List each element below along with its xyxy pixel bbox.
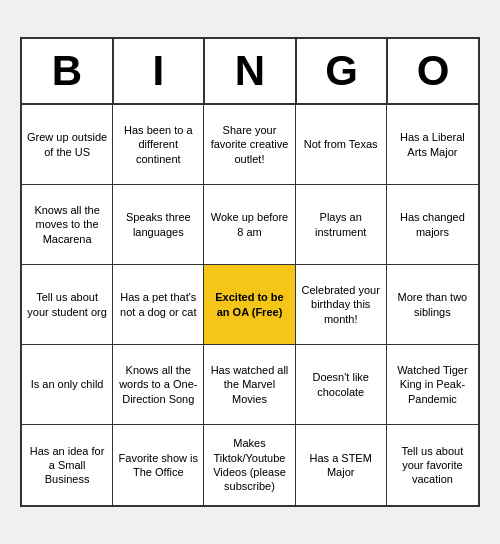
bingo-letter-i: I — [114, 39, 206, 103]
free-space-cell[interactable]: Excited to be an OA (Free) — [204, 265, 295, 345]
bingo-cell-15[interactable]: Is an only child — [22, 345, 113, 425]
bingo-cell-5[interactable]: Knows all the moves to the Macarena — [22, 185, 113, 265]
bingo-grid: Grew up outside of the USHas been to a d… — [22, 105, 478, 505]
bingo-cell-13[interactable]: Celebrated your birthday this month! — [296, 265, 387, 345]
bingo-cell-10[interactable]: Tell us about your student org — [22, 265, 113, 345]
bingo-cell-0[interactable]: Grew up outside of the US — [22, 105, 113, 185]
bingo-cell-9[interactable]: Has changed majors — [387, 185, 478, 265]
bingo-cell-4[interactable]: Has a Liberal Arts Major — [387, 105, 478, 185]
bingo-header: BINGO — [22, 39, 478, 105]
bingo-cell-17[interactable]: Has watched all the Marvel Movies — [204, 345, 295, 425]
bingo-cell-6[interactable]: Speaks three languages — [113, 185, 204, 265]
bingo-cell-19[interactable]: Watched Tiger King in Peak-Pandemic — [387, 345, 478, 425]
bingo-cell-20[interactable]: Has an idea for a Small Business — [22, 425, 113, 505]
bingo-letter-b: B — [22, 39, 114, 103]
bingo-cell-8[interactable]: Plays an instrument — [296, 185, 387, 265]
bingo-cell-7[interactable]: Woke up before 8 am — [204, 185, 295, 265]
bingo-cell-24[interactable]: Tell us about your favorite vacation — [387, 425, 478, 505]
bingo-cell-11[interactable]: Has a pet that's not a dog or cat — [113, 265, 204, 345]
bingo-cell-23[interactable]: Has a STEM Major — [296, 425, 387, 505]
bingo-cell-18[interactable]: Doesn't like chocolate — [296, 345, 387, 425]
bingo-cell-14[interactable]: More than two siblings — [387, 265, 478, 345]
bingo-cell-3[interactable]: Not from Texas — [296, 105, 387, 185]
bingo-letter-g: G — [297, 39, 389, 103]
bingo-cell-2[interactable]: Share your favorite creative outlet! — [204, 105, 295, 185]
bingo-cell-22[interactable]: Makes Tiktok/Youtube Videos (please subs… — [204, 425, 295, 505]
bingo-cell-1[interactable]: Has been to a different continent — [113, 105, 204, 185]
bingo-cell-16[interactable]: Knows all the words to a One-Direction S… — [113, 345, 204, 425]
bingo-letter-n: N — [205, 39, 297, 103]
bingo-letter-o: O — [388, 39, 478, 103]
bingo-card: BINGO Grew up outside of the USHas been … — [20, 37, 480, 507]
bingo-cell-21[interactable]: Favorite show is The Office — [113, 425, 204, 505]
